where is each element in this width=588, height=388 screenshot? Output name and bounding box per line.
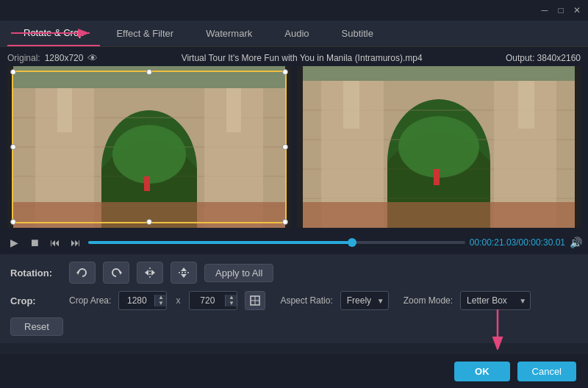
svg-rect-31 bbox=[518, 81, 534, 129]
svg-rect-30 bbox=[343, 81, 359, 129]
output-info: Output: 3840x2160 bbox=[506, 53, 581, 63]
svg-point-27 bbox=[398, 116, 479, 178]
crop-width-input-wrap: ▲ ▼ bbox=[118, 291, 167, 310]
original-frame bbox=[7, 66, 291, 228]
tab-effect-filter[interactable]: Effect & Filter bbox=[100, 21, 190, 46]
next-frame-button[interactable]: ⏭ bbox=[68, 234, 84, 251]
rotate-left-icon bbox=[76, 266, 89, 279]
eye-icon[interactable]: 👁 bbox=[87, 52, 98, 64]
svg-marker-38 bbox=[181, 267, 187, 271]
crop-width-down[interactable]: ▼ bbox=[154, 301, 166, 306]
original-frame-image bbox=[7, 66, 291, 228]
title-bar: ─ □ ✕ bbox=[0, 0, 588, 21]
original-info: Original: 1280x720 👁 bbox=[7, 52, 98, 64]
rotate-right-icon bbox=[110, 266, 123, 279]
crop-label: Crop: bbox=[10, 295, 62, 306]
time-display: 00:00:21.03/00:00:30.01 bbox=[470, 237, 565, 248]
svg-rect-28 bbox=[434, 169, 440, 185]
zoom-mode-label: Zoom Mode: bbox=[404, 295, 453, 306]
ok-button[interactable]: OK bbox=[454, 362, 510, 381]
crop-height-spinners: ▲ ▼ bbox=[225, 295, 237, 306]
rotate-right-button[interactable] bbox=[103, 262, 129, 284]
flip-vertical-button[interactable] bbox=[171, 262, 197, 284]
tab-subtitle[interactable]: Subtitle bbox=[326, 21, 390, 46]
svg-marker-35 bbox=[145, 270, 148, 276]
rotation-row: Rotation: bbox=[10, 262, 578, 284]
dimension-separator: x bbox=[176, 295, 180, 306]
aspect-ratio-label: Aspect Ratio: bbox=[280, 295, 332, 306]
cancel-button[interactable]: Cancel bbox=[517, 362, 576, 381]
apply-all-button[interactable]: Apply to All bbox=[204, 264, 273, 282]
crop-height-input-wrap: ▲ ▼ bbox=[189, 291, 237, 310]
svg-point-12 bbox=[112, 125, 186, 184]
svg-rect-15 bbox=[57, 88, 72, 132]
timeline-track[interactable] bbox=[88, 241, 465, 244]
volume-icon[interactable]: 🔊 bbox=[570, 237, 582, 248]
close-button[interactable]: ✕ bbox=[572, 5, 582, 15]
tab-bar: Rotate & Crop Effect & Filter Watermark … bbox=[0, 21, 588, 47]
crop-width-input[interactable] bbox=[119, 295, 154, 306]
svg-rect-13 bbox=[144, 176, 150, 191]
bottom-action-bar: OK Cancel bbox=[0, 354, 588, 388]
stop-button[interactable]: ⏹ bbox=[26, 234, 43, 251]
controls-panel: Rotation: bbox=[0, 254, 588, 343]
zoom-mode-select-wrap: Letter Box Full Screen Pan & Scan ▼ bbox=[460, 291, 531, 310]
reset-row: Reset bbox=[10, 317, 578, 336]
prev-frame-button[interactable]: ⏮ bbox=[47, 234, 63, 251]
center-icon bbox=[250, 295, 260, 306]
svg-marker-39 bbox=[181, 274, 187, 278]
aspect-ratio-select[interactable]: Freely 16:9 4:3 1:1 21:9 bbox=[340, 291, 389, 310]
crop-area-label: Crop Area: bbox=[69, 295, 111, 306]
svg-rect-29 bbox=[303, 202, 575, 228]
video-meta-bar: Original: 1280x720 👁 Virtual Tour It's M… bbox=[7, 50, 581, 66]
rotate-left-button[interactable] bbox=[69, 262, 96, 284]
crop-height-down[interactable]: ▼ bbox=[225, 301, 237, 306]
svg-marker-36 bbox=[151, 270, 155, 276]
center-crop-button[interactable] bbox=[245, 291, 265, 310]
tab-audio[interactable]: Audio bbox=[268, 21, 325, 46]
reset-button[interactable]: Reset bbox=[10, 317, 63, 336]
flip-horizontal-icon bbox=[143, 266, 157, 279]
svg-marker-33 bbox=[120, 270, 122, 275]
play-button[interactable]: ▶ bbox=[6, 234, 22, 251]
crop-row: Crop: Crop Area: ▲ ▼ x ▲ ▼ Aspect Ratio: bbox=[10, 291, 578, 310]
svg-marker-32 bbox=[76, 270, 79, 275]
tab-rotate-crop[interactable]: Rotate & Crop bbox=[7, 21, 100, 46]
output-frame bbox=[297, 66, 581, 228]
timeline-fill bbox=[88, 241, 352, 244]
svg-rect-16 bbox=[226, 88, 241, 132]
timeline-thumb[interactable] bbox=[348, 238, 356, 247]
restore-button[interactable]: □ bbox=[556, 5, 566, 15]
video-filename: Virtual Tour It's More Fun with You in M… bbox=[182, 53, 423, 63]
video-frames bbox=[7, 66, 581, 228]
crop-width-spinners: ▲ ▼ bbox=[154, 295, 166, 306]
zoom-mode-select[interactable]: Letter Box Full Screen Pan & Scan bbox=[460, 291, 531, 310]
timeline: ▶ ⏹ ⏮ ⏭ 00:00:21.03/00:00:30.01 🔊 bbox=[0, 231, 588, 254]
video-area: Original: 1280x720 👁 Virtual Tour It's M… bbox=[0, 47, 588, 231]
output-frame-image bbox=[297, 66, 581, 228]
tab-watermark[interactable]: Watermark bbox=[190, 21, 268, 46]
svg-rect-14 bbox=[13, 202, 285, 228]
flip-horizontal-button[interactable] bbox=[137, 262, 163, 284]
aspect-ratio-select-wrap: Freely 16:9 4:3 1:1 21:9 ▼ bbox=[340, 291, 389, 310]
crop-height-input[interactable] bbox=[190, 295, 225, 306]
flip-vertical-icon bbox=[177, 266, 190, 279]
rotation-label: Rotation: bbox=[10, 267, 62, 279]
minimize-button[interactable]: ─ bbox=[539, 5, 550, 15]
